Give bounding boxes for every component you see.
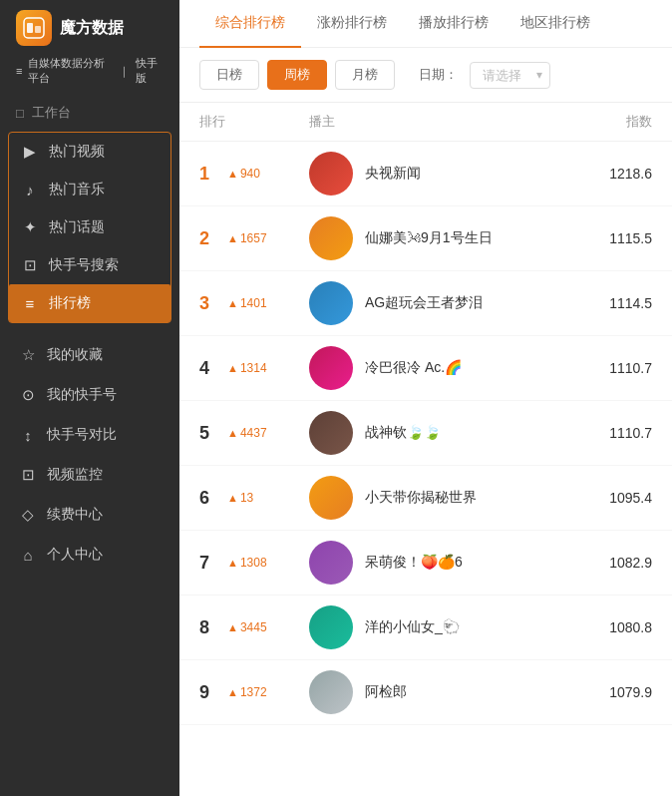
score-col: 1115.5 <box>572 230 652 246</box>
rank-col: 8 ▲ 3445 <box>199 617 309 638</box>
sidebar-item-recharge[interactable]: ◇ 续费中心 <box>0 495 179 535</box>
rank-number: 9 <box>199 682 221 703</box>
rank-change: ▲ 1657 <box>227 231 267 245</box>
rank-number: 2 <box>199 228 221 249</box>
change-value: 1308 <box>240 556 267 570</box>
menu-icon: ≡ <box>16 65 22 77</box>
up-arrow-icon: ▲ <box>227 232 238 244</box>
sidebar-item-compare[interactable]: ↕ 快手号对比 <box>0 415 179 455</box>
score-col: 1218.6 <box>572 166 652 182</box>
rank-change: ▲ 1401 <box>227 296 267 310</box>
user-col: 仙娜美🌬9月1号生日 <box>309 216 572 260</box>
user-name: 仙娜美🌬9月1号生日 <box>365 229 493 247</box>
user-col: 阿检郎 <box>309 670 572 714</box>
sidebar-item-monitor[interactable]: ⊡ 视频监控 <box>0 455 179 495</box>
recharge-icon: ◇ <box>19 506 37 524</box>
avatar <box>309 411 353 455</box>
table-row[interactable]: 1 ▲ 940 央视新闻 1218.6 <box>179 142 672 206</box>
rank-number: 5 <box>199 423 221 444</box>
tab-fans-growth[interactable]: 涨粉排行榜 <box>301 0 403 48</box>
rank-change: ▲ 1314 <box>227 361 267 375</box>
date-wrapper: 请选择 <box>466 62 550 89</box>
video-icon: ▶ <box>21 143 39 161</box>
up-arrow-icon: ▲ <box>227 557 238 569</box>
sidebar-item-my-kuaishou[interactable]: ⊙ 我的快手号 <box>0 375 179 415</box>
tab-region[interactable]: 地区排行榜 <box>504 0 606 48</box>
table-row[interactable]: 3 ▲ 1401 AG超玩会王者梦泪 1114.5 <box>179 271 672 336</box>
sidebar-item-hot-music[interactable]: ♪ 热门音乐 <box>9 171 170 208</box>
table-rows: 1 ▲ 940 央视新闻 1218.6 2 ▲ 1657 仙娜美🌬9月1号生日 … <box>179 142 672 725</box>
compare-icon: ↕ <box>19 427 37 444</box>
table-row[interactable]: 4 ▲ 1314 冷巴很冷 Ac.🌈 1110.7 <box>179 336 672 401</box>
logo-icon <box>16 10 52 46</box>
change-value: 13 <box>240 491 253 505</box>
score-col: 1082.9 <box>572 555 652 571</box>
avatar <box>309 346 353 390</box>
rank-change: ▲ 4437 <box>227 426 267 440</box>
rank-number: 8 <box>199 617 221 638</box>
user-name: 洋的小仙女_🐑 <box>365 618 460 636</box>
user-name: 冷巴很冷 Ac.🌈 <box>365 359 462 377</box>
monthly-btn[interactable]: 月榜 <box>335 60 395 90</box>
rank-col: 5 ▲ 4437 <box>199 423 309 444</box>
sidebar-item-search[interactable]: ⊡ 快手号搜索 <box>9 246 170 284</box>
rank-number: 3 <box>199 293 221 314</box>
weekly-btn[interactable]: 周榜 <box>267 60 327 90</box>
rank-col: 6 ▲ 13 <box>199 488 309 509</box>
avatar <box>309 281 353 325</box>
table-row[interactable]: 9 ▲ 1372 阿检郎 1079.9 <box>179 660 672 725</box>
tab-comprehensive[interactable]: 综合排行榜 <box>199 0 301 48</box>
score-col: 1080.8 <box>572 619 652 635</box>
topic-icon: ✦ <box>21 218 39 236</box>
user-col: 小天带你揭秘世界 <box>309 476 572 520</box>
sidebar: 魔方数据 ≡ 自媒体数据分析平台 ｜ 快手版 □ 工作台 ▶ 热门视频 ♪ 热门… <box>0 0 179 796</box>
user-name: 央视新闻 <box>365 165 421 183</box>
sidebar-item-ranking[interactable]: ≡ 排行榜 <box>9 284 170 322</box>
table-row[interactable]: 6 ▲ 13 小天带你揭秘世界 1095.4 <box>179 466 672 531</box>
score-col: 1110.7 <box>572 360 652 376</box>
change-value: 3445 <box>240 620 267 634</box>
user-col: 冷巴很冷 Ac.🌈 <box>309 346 572 390</box>
sidebar-item-hot-topic[interactable]: ✦ 热门话题 <box>9 208 170 246</box>
score-col: 1114.5 <box>572 295 652 311</box>
table-row[interactable]: 7 ▲ 1308 呆萌俊！🍑🍊6 1082.9 <box>179 531 672 596</box>
workspace-label: □ 工作台 <box>0 96 179 128</box>
main-content: 综合排行榜 涨粉排行榜 播放排行榜 地区排行榜 日榜 周榜 月榜 日期： 请选择… <box>179 0 672 796</box>
sidebar-item-collection[interactable]: ☆ 我的收藏 <box>0 335 179 375</box>
score-col: 1110.7 <box>572 425 652 441</box>
user-name: 呆萌俊！🍑🍊6 <box>365 554 463 572</box>
date-select[interactable]: 请选择 <box>470 62 550 89</box>
up-arrow-icon: ▲ <box>227 362 238 374</box>
change-value: 4437 <box>240 426 267 440</box>
rank-change: ▲ 1308 <box>227 556 267 570</box>
rank-col: 7 ▲ 1308 <box>199 553 309 574</box>
user-name: 战神钦🍃🍃 <box>365 424 441 442</box>
logo-area: 魔方数据 <box>0 0 179 56</box>
up-arrow-icon: ▲ <box>227 168 238 180</box>
star-icon: ☆ <box>19 346 37 364</box>
rank-col: 4 ▲ 1314 <box>199 358 309 379</box>
svg-rect-2 <box>35 26 41 33</box>
table-row[interactable]: 2 ▲ 1657 仙娜美🌬9月1号生日 1115.5 <box>179 206 672 271</box>
rank-col: 9 ▲ 1372 <box>199 682 309 703</box>
app-subtitle: ≡ 自媒体数据分析平台 ｜ 快手版 <box>0 56 179 96</box>
table-row[interactable]: 8 ▲ 3445 洋的小仙女_🐑 1080.8 <box>179 596 672 660</box>
avatar <box>309 216 353 260</box>
user-col: AG超玩会王者梦泪 <box>309 281 572 325</box>
workspace-icon: □ <box>16 106 24 121</box>
filter-bar: 日榜 周榜 月榜 日期： 请选择 <box>179 48 672 103</box>
avatar <box>309 152 353 196</box>
sidebar-item-hot-video[interactable]: ▶ 热门视频 <box>9 133 170 171</box>
header-score: 指数 <box>572 113 652 131</box>
table-row[interactable]: 5 ▲ 4437 战神钦🍃🍃 1110.7 <box>179 401 672 466</box>
search-ks-icon: ⊡ <box>21 256 39 274</box>
daily-btn[interactable]: 日榜 <box>199 60 259 90</box>
sidebar-item-profile[interactable]: ⌂ 个人中心 <box>0 535 179 575</box>
avatar <box>309 605 353 649</box>
date-label: 日期： <box>419 66 458 84</box>
rank-number: 6 <box>199 488 221 509</box>
tab-play[interactable]: 播放排行榜 <box>403 0 504 48</box>
rank-change: ▲ 1372 <box>227 685 267 699</box>
home-icon: ⌂ <box>19 547 37 564</box>
up-arrow-icon: ▲ <box>227 621 238 633</box>
